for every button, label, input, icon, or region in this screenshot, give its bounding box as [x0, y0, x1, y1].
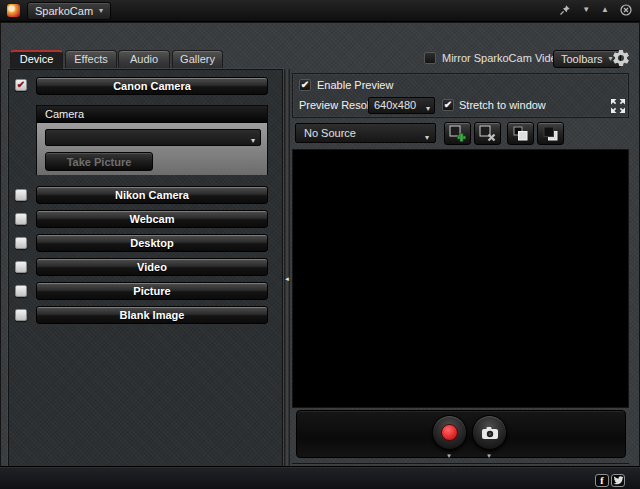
camera-select[interactable]: ▾: [45, 129, 261, 146]
tab-device[interactable]: Device: [10, 50, 63, 69]
video-button[interactable]: Video: [36, 258, 268, 276]
webcam-button[interactable]: Webcam: [36, 210, 268, 228]
tab-audio[interactable]: Audio: [118, 50, 170, 68]
check-icon: ✔: [16, 78, 26, 92]
window-controls: ▼ ▲: [559, 3, 632, 17]
blank-image-button[interactable]: Blank Image: [36, 306, 268, 324]
enable-preview-label: Enable Preview: [317, 79, 393, 91]
add-layer-icon: [448, 125, 467, 142]
resolution-select[interactable]: 640x480 ▾: [368, 97, 435, 114]
maximize-icon[interactable]: ▲: [601, 6, 609, 14]
snapshot-button[interactable]: [472, 415, 507, 450]
blank-image-checkbox[interactable]: ✔: [15, 309, 27, 321]
nikon-camera-checkbox[interactable]: ✔: [15, 189, 27, 201]
check-icon: ✔: [300, 78, 310, 92]
minimize-icon[interactable]: ▼: [582, 6, 590, 14]
enable-preview-checkbox[interactable]: ✔: [299, 79, 311, 91]
bring-forward-icon: [512, 125, 529, 142]
facebook-icon: f: [600, 476, 603, 486]
remove-source-button[interactable]: [474, 122, 501, 145]
canon-camera-checkbox[interactable]: ✔: [15, 79, 27, 91]
camera-group: Camera ▾ Take Picture: [36, 105, 268, 175]
tab-effects[interactable]: Effects: [65, 50, 117, 68]
check-icon: ✔: [443, 98, 453, 112]
record-options-icon[interactable]: ▾: [439, 452, 459, 460]
chevron-down-icon: ▾: [251, 133, 255, 148]
camera-group-body: ▾ Take Picture: [37, 123, 267, 175]
fullscreen-icon[interactable]: [609, 97, 627, 115]
camera-icon: [481, 426, 499, 440]
effects-separator: [292, 463, 629, 465]
camera-group-title: Camera: [37, 106, 267, 123]
app-logo-icon: [7, 4, 20, 17]
chevron-down-icon: ▾: [99, 7, 103, 15]
record-icon: [441, 424, 458, 441]
source-select[interactable]: No Source ▾: [295, 123, 436, 143]
bring-forward-button[interactable]: [507, 122, 534, 145]
resolution-value: 640x480: [374, 99, 416, 111]
record-button[interactable]: [432, 415, 467, 450]
app-menu-button[interactable]: SparkoCam ▾: [27, 2, 111, 20]
take-picture-button[interactable]: Take Picture: [45, 152, 153, 171]
mirror-video-checkbox[interactable]: ✔: [424, 52, 436, 64]
source-select-value: No Source: [304, 127, 356, 139]
titlebar: SparkoCam ▾ ▼ ▲: [0, 0, 640, 22]
device-sources-panel: ✔ Canon Camera Camera ▾ Take Picture ✔ N…: [8, 69, 283, 483]
chevron-down-icon: ▾: [426, 101, 430, 116]
desktop-checkbox[interactable]: ✔: [15, 237, 27, 249]
statusbar: f: [0, 466, 640, 489]
video-preview-area[interactable]: [292, 149, 629, 408]
settings-gear-button[interactable]: [611, 48, 631, 68]
twitter-button[interactable]: [611, 474, 625, 487]
main-frame: Device Effects Audio Gallery ✔ Mirror Sp…: [0, 22, 640, 489]
canon-camera-button[interactable]: Canon Camera: [36, 77, 268, 95]
twitter-bird-icon: [613, 476, 624, 485]
close-icon[interactable]: [620, 4, 632, 16]
stretch-to-window-checkbox[interactable]: ✔: [442, 99, 454, 111]
nikon-camera-button[interactable]: Nikon Camera: [36, 186, 268, 204]
send-backward-icon: [542, 125, 559, 142]
chevron-down-icon: ▾: [425, 129, 429, 147]
picture-button[interactable]: Picture: [36, 282, 268, 300]
desktop-button[interactable]: Desktop: [36, 234, 268, 252]
webcam-checkbox[interactable]: ✔: [15, 213, 27, 225]
add-source-button[interactable]: [444, 122, 471, 145]
send-backward-button[interactable]: [537, 122, 564, 145]
toolbars-label: Toolbars: [561, 53, 603, 65]
record-toolbar: ▾ ▾: [296, 410, 626, 458]
video-checkbox[interactable]: ✔: [15, 261, 27, 273]
stretch-to-window-label: Stretch to window: [459, 99, 546, 111]
app-title: SparkoCam: [35, 5, 93, 17]
remove-layer-icon: [478, 125, 497, 142]
mirror-video-label: Mirror SparkoCam Video: [442, 52, 563, 64]
snapshot-options-icon[interactable]: ▾: [479, 452, 499, 460]
sparkocam-window: SparkoCam ▾ ▼ ▲ Device Effects Audio Gal…: [0, 0, 640, 489]
collapse-panel-icon[interactable]: ◄: [283, 268, 291, 290]
picture-checkbox[interactable]: ✔: [15, 285, 27, 297]
tab-gallery[interactable]: Gallery: [172, 50, 223, 68]
facebook-button[interactable]: f: [595, 474, 609, 487]
mirror-video-option: ✔ Mirror SparkoCam Video: [424, 52, 563, 64]
pin-icon[interactable]: [559, 4, 571, 16]
